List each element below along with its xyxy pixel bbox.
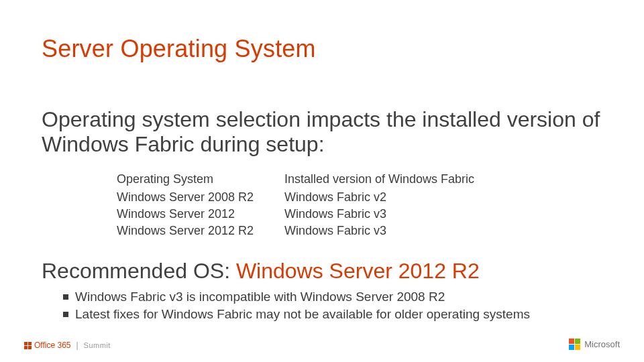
footer-left: Office 365 | Summit	[24, 341, 111, 350]
footer-divider: |	[76, 341, 78, 350]
bullet-icon	[63, 294, 68, 300]
cell-ver: Windows Fabric v2	[284, 189, 519, 206]
cell-os: Windows Server 2012	[117, 206, 284, 223]
table-header-ver: Installed version of Windows Fabric	[284, 171, 519, 189]
intro-text: Operating system selection impacts the i…	[42, 107, 605, 157]
footer-right: Microsoft	[569, 339, 620, 350]
bullet-icon	[63, 312, 68, 317]
list-item: Latest fixes for Windows Fabric may not …	[63, 306, 530, 323]
table-row: Windows Server 2012 Windows Fabric v3	[117, 206, 519, 223]
cell-os: Windows Server 2008 R2	[117, 189, 284, 206]
table-row: Windows Server 2008 R2 Windows Fabric v2	[117, 189, 519, 206]
bullet-text: Windows Fabric v3 is incompatible with W…	[75, 288, 445, 306]
cell-ver: Windows Fabric v3	[284, 206, 519, 223]
cell-os: Windows Server 2012 R2	[117, 223, 284, 239]
summit-text: Summit	[84, 341, 111, 349]
recommended-label: Recommended OS:	[42, 259, 236, 283]
office-mark-icon	[24, 342, 32, 349]
recommended-value: Windows Server 2012 R2	[236, 259, 480, 283]
bullet-list: Windows Fabric v3 is incompatible with W…	[63, 288, 530, 322]
table-row: Windows Server 2012 R2 Windows Fabric v3	[117, 223, 519, 239]
list-item: Windows Fabric v3 is incompatible with W…	[63, 288, 530, 306]
microsoft-text: Microsoft	[584, 339, 620, 349]
cell-ver: Windows Fabric v3	[284, 223, 519, 239]
office365-logo: Office 365	[24, 341, 70, 350]
bullet-text: Latest fixes for Windows Fabric may not …	[75, 306, 530, 323]
slide-title: Server Operating System	[42, 35, 316, 63]
office365-text: Office 365	[34, 341, 70, 350]
os-fabric-table: Operating System Installed version of Wi…	[117, 171, 519, 239]
slide: Server Operating System Operating system…	[0, 0, 644, 362]
recommended-line: Recommended OS: Windows Server 2012 R2	[42, 259, 480, 284]
microsoft-logo-icon	[569, 339, 580, 350]
table-header-os: Operating System	[117, 171, 284, 189]
